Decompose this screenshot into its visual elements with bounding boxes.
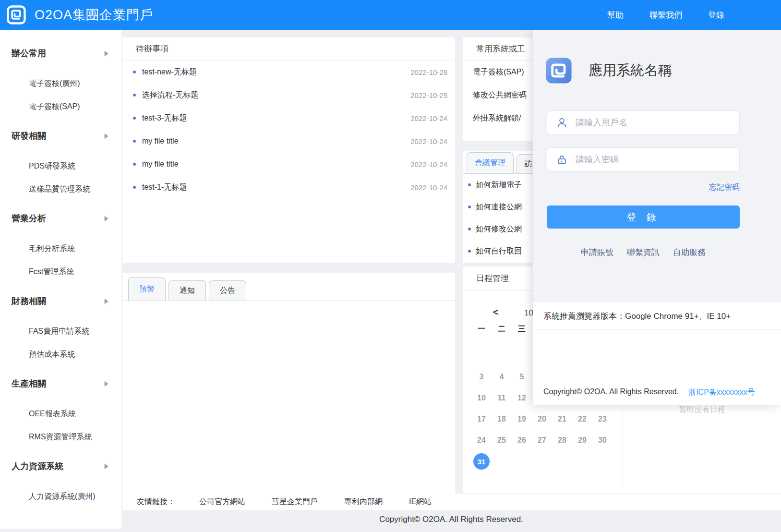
sidebar-item[interactable]: FAS費用申請系統 (0, 320, 121, 343)
sidebar-item[interactable]: OEE報表系統 (0, 402, 121, 425)
sidebar-item[interactable]: Fcst管理系統 (0, 260, 121, 283)
login-overlay: 應用系統名稱 忘記密碼 登 錄 (533, 30, 781, 405)
chevron-right-icon (104, 50, 109, 57)
calendar-day[interactable]: 19 (512, 409, 532, 430)
calendar-day[interactable]: 29 (572, 430, 592, 451)
sidebar-item[interactable]: PDS研發系統 (0, 155, 121, 178)
nav-contact-us[interactable]: 聯繫我們 (649, 10, 682, 21)
sidebar-group-hr: 人力資源系統 人力資源系統(廣州) (0, 455, 121, 508)
login-submit-button[interactable]: 登 錄 (547, 206, 740, 229)
nav-login[interactable]: 登錄 (708, 10, 724, 21)
tab-warning[interactable]: 預警 (128, 277, 166, 301)
calendar-day-today[interactable]: 31 (471, 451, 492, 472)
browser-recommendation: 系統推薦瀏覽器版本：Google Chrome 91+、IE 10+ (533, 302, 781, 330)
sidebar-heading-rnd[interactable]: 研發相關 (0, 124, 121, 147)
page-copyright: Copyright© O2OA. All Rights Reserved. (121, 515, 781, 524)
sidebar-heading-label: 財務相關 (12, 295, 46, 307)
sidebar-heading-label: 營業分析 (12, 213, 46, 224)
calendar-day[interactable]: 26 (512, 430, 532, 451)
calendar-day[interactable] (471, 345, 492, 366)
bullet-icon (133, 186, 136, 189)
calendar-prev-button[interactable]: < (493, 307, 499, 318)
todo-item[interactable]: test-3-无标题 2022-10-24 (122, 107, 455, 130)
password-input[interactable] (576, 155, 734, 165)
calendar-day[interactable]: 3 (471, 366, 492, 387)
apply-account-link[interactable]: 申請賬號 (581, 247, 613, 258)
calendar-day[interactable] (492, 451, 512, 472)
app-system-title: 應用系統名稱 (589, 61, 672, 80)
calendar-day[interactable]: 22 (572, 409, 592, 430)
alerts-panel: 預警 通知 公告 (122, 273, 455, 494)
todo-item[interactable]: my file title 2022-10-24 (122, 130, 455, 153)
sidebar-item[interactable]: 送樣品質管理系統 (0, 178, 121, 201)
contact-info-link[interactable]: 聯繫資訊 (627, 247, 660, 258)
login-helper-links: 申請賬號 聯繫資訊 自助服務 (547, 247, 740, 258)
sidebar-heading-office[interactable]: 辦公常用 (0, 42, 121, 65)
alerts-tabs: 預警 通知 公告 (122, 273, 455, 301)
calendar-day[interactable]: 11 (492, 387, 512, 409)
footer-link-ie-site[interactable]: IE網站 (409, 497, 432, 507)
sidebar-heading-finance[interactable]: 財務相關 (0, 290, 121, 313)
sidebar-heading-hr[interactable]: 人力資源系統 (0, 455, 121, 478)
todo-item[interactable]: test-1-无标题 2022-10-24 (122, 176, 455, 199)
self-service-link[interactable]: 自助服務 (673, 247, 706, 258)
tab-announcement[interactable]: 公告 (209, 280, 246, 301)
calendar-day[interactable]: 28 (552, 430, 572, 451)
footer-link-official-site[interactable]: 公司官方網站 (199, 497, 245, 507)
calendar-day[interactable]: 27 (532, 430, 552, 451)
todo-item[interactable]: test-new-无标题 2022-10-28 (122, 60, 455, 84)
calendar-day[interactable]: 12 (512, 387, 532, 409)
bullet-icon (133, 140, 136, 143)
calendar-day[interactable] (592, 451, 613, 472)
sidebar-item[interactable]: 預估成本系統 (0, 343, 121, 366)
top-header: O2OA集團企業門戶 幫助 聯繫我們 登錄 (0, 0, 781, 30)
footer-link-comet-portal[interactable]: 彗星企業門戶 (272, 497, 318, 507)
sidebar-heading-production[interactable]: 生產相關 (0, 372, 121, 395)
calendar-day[interactable]: 30 (592, 430, 613, 451)
footer-links-label: 友情鏈接： (137, 497, 175, 507)
calendar-day[interactable] (572, 451, 592, 472)
calendar-row: 31 (471, 451, 613, 472)
nav-help[interactable]: 幫助 (607, 10, 624, 21)
sidebar: 辦公常用 電子簽核(廣州) 電子簽核(SAP) 研發相關 PDS研發系統 送樣品… (0, 30, 121, 529)
sidebar-group-finance: 財務相關 FAS費用申請系統 預估成本系統 (0, 290, 121, 366)
footer-links-bar: 友情鏈接： 公司官方網站 彗星企業門戶 專利内部網 IE網站 (122, 494, 781, 510)
faq-item-text: 如何新增電子 (476, 180, 522, 190)
calendar-month-label: 10 (524, 308, 533, 318)
calendar-day[interactable]: 5 (512, 366, 532, 387)
calendar-day[interactable]: 21 (552, 409, 572, 430)
calendar-day[interactable] (532, 451, 552, 472)
calendar-day[interactable] (512, 451, 532, 472)
calendar-day[interactable]: 10 (471, 387, 492, 409)
sidebar-item[interactable]: 毛利分析系統 (0, 237, 121, 260)
o2oa-logo-icon[interactable] (6, 5, 26, 25)
footer-link-patent-intranet[interactable]: 專利内部網 (344, 497, 383, 507)
login-header: 應用系統名稱 (545, 57, 672, 85)
calendar-day[interactable]: 25 (492, 430, 512, 451)
username-input[interactable] (576, 118, 734, 128)
bullet-icon (133, 94, 136, 97)
todo-item[interactable]: 选择流程-无标题 2022-10-25 (122, 84, 455, 107)
forgot-password-link[interactable]: 忘記密碼 (709, 183, 740, 191)
calendar-day[interactable]: 20 (532, 409, 552, 430)
sidebar-item[interactable]: RMS資源管理系統 (0, 425, 121, 448)
bullet-icon (133, 117, 136, 120)
icp-license-link[interactable]: 浙ICP备xxxxxxxx号 (688, 387, 755, 398)
todo-item[interactable]: my file title 2022-10-24 (122, 153, 455, 176)
calendar-day[interactable]: 23 (592, 409, 613, 430)
calendar-day[interactable] (552, 451, 572, 472)
calendar-day[interactable]: 24 (471, 430, 492, 451)
calendar-day[interactable] (512, 345, 532, 366)
tab-notice[interactable]: 通知 (168, 280, 206, 301)
sidebar-item[interactable]: 電子簽核(廣州) (0, 72, 121, 95)
sidebar-item[interactable]: 人力資源系統(廣州) (0, 485, 121, 508)
tab-meeting-management[interactable]: 會議管理 (467, 152, 514, 173)
sidebar-item[interactable]: 電子簽核(SAP) (0, 95, 121, 118)
sidebar-heading-sales[interactable]: 營業分析 (0, 207, 121, 230)
todo-item-date: 2022-10-25 (410, 91, 447, 99)
bullet-icon (133, 71, 136, 73)
calendar-day[interactable] (492, 345, 512, 366)
calendar-day[interactable]: 18 (492, 409, 512, 430)
calendar-day[interactable]: 4 (492, 366, 512, 387)
calendar-day[interactable]: 17 (471, 409, 492, 430)
